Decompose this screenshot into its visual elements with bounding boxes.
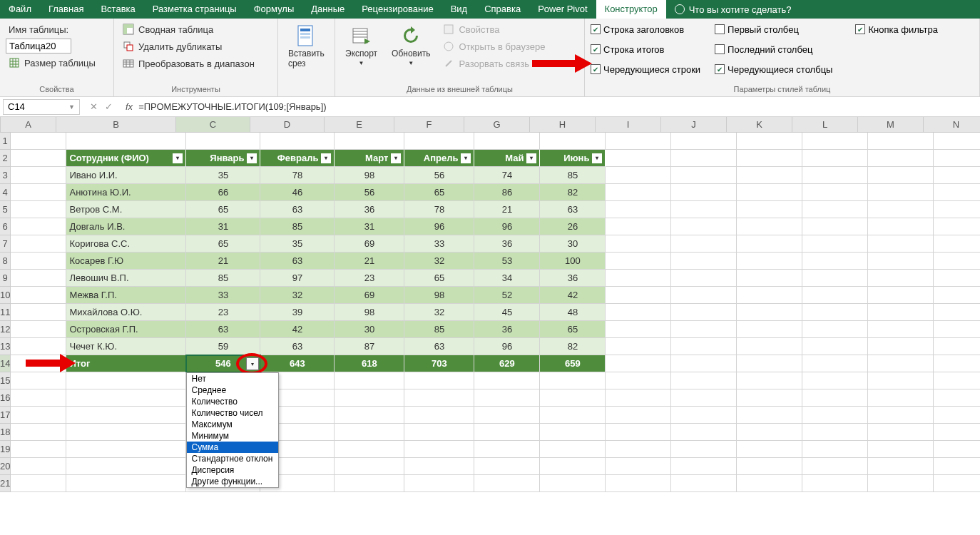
cell[interactable] (335, 372, 404, 389)
cell[interactable] (802, 372, 868, 389)
cell[interactable] (11, 407, 66, 424)
filter-dropdown-icon[interactable]: ▾ (173, 153, 183, 163)
ribbon-tab[interactable]: Power Pivot (529, 0, 596, 19)
enter-formula-icon[interactable]: ✓ (105, 101, 113, 112)
cell[interactable] (934, 150, 980, 167)
cell[interactable]: 56 (404, 167, 474, 184)
cell[interactable] (802, 355, 868, 372)
cell[interactable] (868, 133, 934, 150)
cell[interactable] (934, 253, 980, 270)
cell[interactable] (606, 201, 671, 218)
insert-slicer-button[interactable]: Вставить срез (284, 21, 329, 71)
cell[interactable] (737, 458, 802, 475)
cell[interactable] (737, 475, 802, 492)
cell[interactable] (802, 253, 868, 270)
tell-me-search[interactable]: Что вы хотите сделать? (666, 4, 800, 15)
cell[interactable] (737, 287, 802, 304)
cell[interactable]: 96 (474, 338, 540, 355)
cell[interactable] (802, 287, 868, 304)
cell[interactable] (474, 372, 540, 389)
worksheet[interactable]: ABCDEFGHIJKLMN 1234567891011121314151617… (0, 117, 980, 492)
cell[interactable] (802, 321, 868, 338)
cell[interactable] (11, 441, 66, 458)
cell[interactable] (737, 184, 802, 201)
cell[interactable]: 36 (540, 270, 606, 287)
dropdown-option[interactable]: Максимум (187, 419, 278, 430)
cell[interactable] (606, 184, 671, 201)
cell[interactable] (11, 218, 66, 235)
cell[interactable]: 66 (186, 184, 260, 201)
cell[interactable]: 32 (404, 304, 474, 321)
cell[interactable] (671, 150, 737, 167)
name-box[interactable]: C14▼ (3, 99, 80, 115)
cell[interactable] (934, 133, 980, 150)
cell[interactable]: 52 (474, 287, 540, 304)
export-button[interactable]: Экспорт▼ (341, 21, 382, 69)
cell[interactable] (11, 321, 66, 338)
cell[interactable]: 63 (404, 338, 474, 355)
cell[interactable] (335, 407, 404, 424)
filter-dropdown-icon[interactable]: ▾ (461, 153, 471, 163)
fx-icon[interactable]: fx (120, 101, 138, 112)
cell[interactable]: 63 (186, 321, 260, 338)
cell[interactable]: 48 (540, 304, 606, 321)
cell[interactable]: Май▾ (474, 150, 540, 167)
cell[interactable] (11, 253, 66, 270)
cell[interactable]: 96 (404, 218, 474, 235)
cell[interactable] (11, 475, 66, 492)
cell[interactable]: Анютина Ю.И. (66, 184, 186, 201)
cell[interactable] (540, 458, 606, 475)
cell[interactable] (934, 407, 980, 424)
cell[interactable] (66, 475, 186, 492)
cell[interactable]: Косарев Г.Ю (66, 253, 186, 270)
cell[interactable] (671, 253, 737, 270)
cell[interactable] (934, 338, 980, 355)
banded-cols-checkbox[interactable]: ✔Чередующиеся столбцы (715, 61, 832, 77)
cell[interactable] (606, 355, 671, 372)
column-header[interactable]: E (325, 117, 394, 133)
cell[interactable]: 31 (186, 218, 260, 235)
cell[interactable] (934, 424, 980, 441)
cell[interactable] (540, 424, 606, 441)
cell[interactable] (802, 424, 868, 441)
cell[interactable] (606, 270, 671, 287)
refresh-button[interactable]: Обновить▼ (387, 21, 434, 69)
cell[interactable]: Ветров С.М. (66, 201, 186, 218)
cell[interactable]: 65 (186, 235, 260, 253)
remove-duplicates-button[interactable]: Удалить дубликаты (120, 39, 257, 54)
cell[interactable] (671, 389, 737, 407)
dropdown-option[interactable]: Стандартное отклон (187, 453, 278, 464)
cell[interactable] (737, 218, 802, 235)
column-header[interactable]: G (464, 117, 530, 133)
cell[interactable]: 659 (540, 355, 606, 372)
cell[interactable]: Февраль▾ (260, 150, 335, 167)
column-header[interactable]: F (394, 117, 464, 133)
dropdown-option[interactable]: Дисперсия (187, 464, 278, 476)
cell[interactable]: 78 (404, 201, 474, 218)
cell[interactable] (868, 235, 934, 253)
cell[interactable] (474, 133, 540, 150)
cell[interactable] (540, 133, 606, 150)
cell[interactable] (671, 458, 737, 475)
row-header[interactable]: 11 (0, 304, 11, 321)
cell[interactable] (802, 389, 868, 407)
cell[interactable]: 56 (335, 184, 404, 201)
cell[interactable] (934, 321, 980, 338)
cell[interactable] (868, 201, 934, 218)
dropdown-option[interactable]: Минимум (187, 430, 278, 442)
cell[interactable]: 100 (540, 253, 606, 270)
cell[interactable] (934, 218, 980, 235)
cell[interactable] (737, 253, 802, 270)
cell[interactable]: 21 (335, 253, 404, 270)
column-header[interactable]: I (596, 117, 661, 133)
banded-rows-checkbox[interactable]: ✔Чередующиеся строки (591, 61, 700, 77)
cell[interactable]: 78 (260, 167, 335, 184)
cell[interactable] (66, 441, 186, 458)
cell[interactable]: 21 (186, 253, 260, 270)
cell[interactable] (868, 321, 934, 338)
row-header[interactable]: 16 (0, 389, 11, 407)
cell[interactable] (606, 167, 671, 184)
cell[interactable] (404, 389, 474, 407)
cell[interactable] (474, 424, 540, 441)
cell[interactable]: 23 (335, 270, 404, 287)
